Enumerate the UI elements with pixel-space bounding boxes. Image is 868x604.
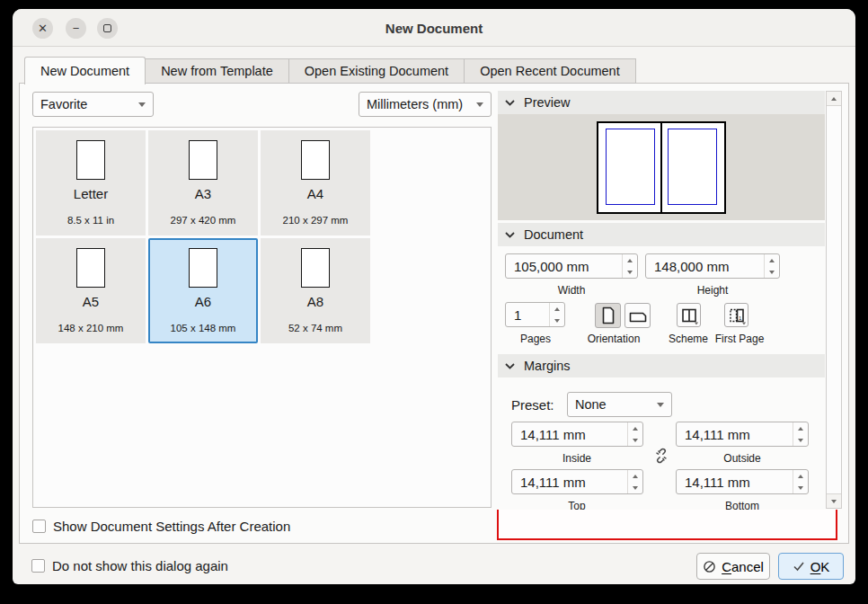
paper-card-letter[interactable]: Letter 8.5 x 11 in: [36, 130, 146, 235]
units-select-value: Millimeters (mm): [367, 97, 463, 111]
height-label: Height: [697, 284, 729, 297]
margin-preset-value: None: [575, 397, 607, 412]
spin-up-icon[interactable]: [550, 303, 564, 315]
tab-open-recent-document[interactable]: Open Recent Document: [464, 58, 636, 84]
window-title: New Document: [13, 9, 855, 47]
paper-dims: 52 x 74 mm: [262, 323, 368, 333]
tab-open-existing-document[interactable]: Open Existing Document: [288, 58, 465, 84]
paper-name: A5: [83, 294, 99, 309]
margin-outside-input[interactable]: [677, 422, 793, 446]
pages-spinbox: [505, 302, 565, 327]
chevron-down-icon: [505, 363, 515, 369]
tab-bar: New Document New from Template Open Exis…: [25, 56, 636, 84]
pages-label: Pages: [520, 333, 551, 345]
cancel-label: Cancel: [722, 559, 764, 574]
spin-down-icon[interactable]: [793, 482, 808, 493]
margin-bottom-input[interactable]: [677, 470, 793, 493]
width-label: Width: [558, 284, 586, 297]
page-spread-preview: [498, 114, 825, 220]
chevron-down-icon: [742, 323, 746, 325]
show-settings-checkbox[interactable]: Show Document Settings After Creation: [32, 519, 290, 534]
paper-card-grid: Letter 8.5 x 11 in A3 297 x 420 mm A4 21…: [36, 130, 370, 343]
margin-top-spinbox: [511, 469, 643, 494]
highlighted-region: [497, 510, 837, 540]
paper-card-a6-selected[interactable]: A6 105 x 148 mm: [148, 238, 258, 343]
preview-right-page: [660, 121, 726, 214]
spin-up-icon[interactable]: [623, 254, 637, 266]
section-title: Document: [524, 227, 583, 242]
preset-label: Preset:: [511, 397, 554, 413]
width-input[interactable]: [506, 254, 622, 278]
chevron-down-icon: [657, 403, 664, 407]
margin-bottom-spinbox: [676, 469, 809, 494]
pages-input[interactable]: [506, 303, 549, 326]
spin-up-icon[interactable]: [793, 422, 808, 434]
page-icon: [76, 248, 105, 288]
spin-down-icon[interactable]: [550, 315, 564, 326]
spin-down-icon[interactable]: [623, 266, 637, 278]
preview-margin-guides: [668, 129, 717, 205]
facing-pages-scheme-icon: [681, 307, 697, 324]
spin-down-icon[interactable]: [628, 482, 642, 493]
paper-dims: 210 x 297 mm: [262, 215, 368, 226]
orientation-portrait-button[interactable]: [595, 303, 621, 328]
first-page-label: First Page: [715, 333, 765, 345]
margin-top-input[interactable]: [512, 470, 627, 493]
orientation-landscape-button[interactable]: [624, 303, 651, 328]
paper-name: A6: [195, 294, 211, 309]
scroll-up-icon[interactable]: [827, 92, 841, 106]
portrait-page-icon: [601, 306, 616, 324]
first-page-button[interactable]: 1: [724, 303, 748, 327]
paper-size-list: Letter 8.5 x 11 in A3 297 x 420 mm A4 21…: [32, 127, 492, 508]
chevron-down-icon: [695, 323, 698, 325]
scheme-label: Scheme: [669, 333, 708, 345]
right-panel-scrollbar[interactable]: [826, 91, 842, 509]
margin-outside-label: Outside: [723, 452, 760, 465]
tab-new-document[interactable]: New Document: [24, 57, 146, 84]
section-header-document[interactable]: Document: [498, 223, 825, 246]
paper-name: A3: [195, 186, 211, 201]
ok-button[interactable]: OK: [778, 553, 844, 580]
chevron-down-icon: [138, 102, 146, 107]
spin-up-icon[interactable]: [765, 254, 779, 266]
scheme-button[interactable]: [677, 303, 701, 327]
chevron-down-icon: [505, 100, 515, 106]
section-title: Margins: [524, 359, 571, 373]
paper-card-a3[interactable]: A3 297 x 420 mm: [148, 130, 258, 235]
paper-card-a5[interactable]: A5 148 x 210 mm: [36, 238, 146, 343]
spin-down-icon[interactable]: [793, 434, 808, 446]
section-header-margins[interactable]: Margins: [498, 354, 825, 378]
orientation-label: Orientation: [588, 333, 641, 345]
scroll-down-icon[interactable]: [827, 493, 841, 508]
margin-outside-spinbox: [676, 422, 809, 447]
spin-down-icon[interactable]: [765, 266, 779, 278]
page-icon: [76, 140, 105, 180]
chevron-down-icon: [476, 102, 483, 107]
titlebar: ✕ − New Document: [13, 9, 855, 47]
cancel-button[interactable]: Cancel: [696, 553, 770, 580]
spin-up-icon[interactable]: [793, 470, 808, 482]
spin-down-icon[interactable]: [628, 434, 642, 446]
paper-card-a8[interactable]: A8 52 x 74 mm: [261, 238, 370, 343]
checkbox-box[interactable]: [32, 520, 46, 533]
page-icon: [189, 248, 217, 288]
paper-dims: 148 x 210 mm: [38, 323, 144, 333]
checkmark-icon: [793, 561, 805, 572]
spin-up-icon[interactable]: [628, 470, 642, 482]
height-input[interactable]: [646, 254, 764, 278]
page-icon: [301, 248, 330, 288]
page-icon: [189, 140, 217, 180]
category-select[interactable]: Favorite: [32, 92, 154, 117]
dont-show-again-checkbox[interactable]: Do not show this dialog again: [31, 558, 228, 573]
section-header-preview[interactable]: Preview: [498, 91, 825, 114]
spin-up-icon[interactable]: [628, 422, 642, 434]
broken-link-icon[interactable]: [653, 448, 669, 464]
units-select[interactable]: Millimeters (mm): [359, 92, 492, 117]
margin-inside-input[interactable]: [512, 422, 627, 446]
tab-new-from-template[interactable]: New from Template: [145, 58, 289, 84]
preview-left-page: [597, 121, 662, 214]
margin-preset-select[interactable]: None: [567, 392, 672, 417]
landscape-page-icon: [629, 308, 647, 323]
paper-card-a4[interactable]: A4 210 x 297 mm: [261, 130, 370, 235]
checkbox-box[interactable]: [31, 559, 45, 573]
